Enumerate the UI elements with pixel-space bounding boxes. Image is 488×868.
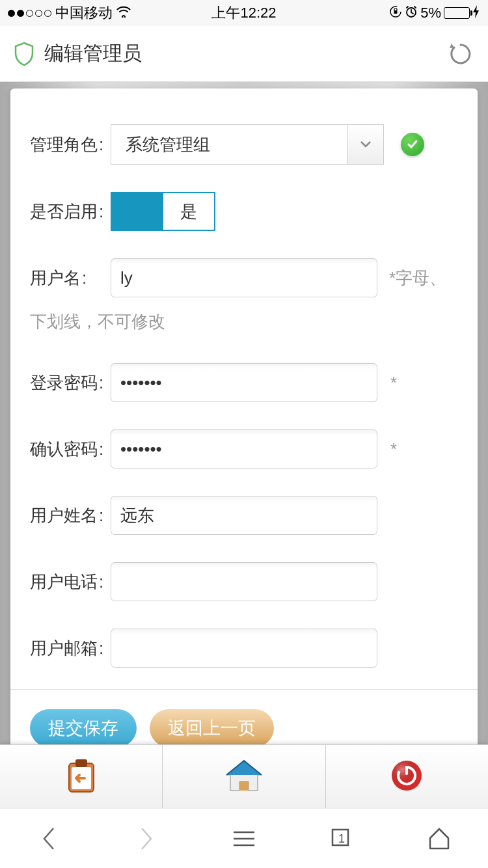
svg-rect-6 — [239, 781, 249, 791]
svg-text:1: 1 — [338, 832, 345, 845]
password-input[interactable] — [111, 363, 377, 402]
orientation-lock-icon — [389, 5, 402, 21]
realname-input[interactable] — [111, 496, 377, 535]
app-footer — [0, 744, 488, 808]
role-label: 管理角色 — [30, 133, 111, 156]
alarm-icon — [405, 5, 418, 21]
power-icon — [390, 759, 423, 794]
svg-rect-1 — [394, 10, 398, 14]
enable-toggle[interactable]: 是 — [111, 192, 215, 231]
reload-button[interactable] — [446, 40, 475, 68]
email-input[interactable] — [111, 629, 377, 668]
confirm-password-input[interactable] — [111, 429, 377, 468]
browser-nav-bar: 1 — [0, 808, 488, 868]
phone-label: 用户电话 — [30, 571, 111, 593]
svg-point-8 — [392, 761, 422, 791]
content-background: 管理角色 系统管理组 是否启用 是 用户名 *字母、 下划线，不可修改 登录密码… — [0, 82, 488, 744]
submit-button[interactable]: 提交保存 — [30, 709, 137, 744]
enable-label: 是否启用 — [30, 200, 111, 223]
status-bar: 中国移动 上午12:22 5% — [0, 0, 488, 26]
browser-home-button[interactable] — [426, 826, 452, 852]
password-label: 登录密码 — [30, 372, 111, 394]
clipboard-back-icon — [64, 757, 99, 797]
house-icon — [223, 757, 265, 797]
carrier-label: 中国移动 — [55, 3, 113, 23]
confirm-password-label: 确认密码 — [30, 438, 111, 461]
status-right: 5% — [389, 5, 480, 21]
browser-tabs-button[interactable]: 1 — [329, 826, 355, 852]
browser-forward-button[interactable] — [133, 826, 159, 852]
chevron-down-icon — [347, 125, 383, 164]
username-input[interactable] — [111, 258, 377, 297]
toggle-on-side — [112, 193, 163, 230]
shield-icon — [13, 42, 35, 66]
divider — [10, 689, 478, 690]
footer-power-button[interactable] — [326, 745, 488, 808]
page-title: 编辑管理员 — [44, 40, 446, 67]
clock: 上午12:22 — [211, 3, 276, 23]
username-hint-right: *字母、 — [389, 267, 446, 290]
footer-clipboard-button[interactable] — [0, 745, 163, 808]
charging-icon — [472, 5, 480, 21]
role-select-value: 系统管理组 — [111, 133, 347, 156]
phone-input[interactable] — [111, 562, 377, 601]
wifi-icon — [116, 6, 131, 21]
browser-menu-button[interactable] — [231, 826, 257, 852]
back-button[interactable]: 返回上一页 — [150, 709, 274, 744]
app-header: 编辑管理员 — [0, 26, 488, 82]
footer-home-button[interactable] — [163, 745, 325, 808]
email-label: 用户邮箱 — [30, 637, 111, 660]
battery-percent: 5% — [420, 5, 441, 21]
username-hint-below: 下划线，不可修改 — [30, 310, 458, 333]
form-card: 管理角色 系统管理组 是否启用 是 用户名 *字母、 下划线，不可修改 登录密码… — [10, 88, 478, 744]
username-label: 用户名 — [30, 267, 111, 290]
svg-rect-4 — [75, 759, 87, 767]
password-required: * — [390, 373, 397, 393]
toggle-off-side: 是 — [163, 193, 215, 230]
status-left: 中国移动 — [8, 3, 131, 23]
signal-strength-icon — [8, 10, 51, 17]
battery-icon — [444, 7, 470, 19]
realname-label: 用户姓名 — [30, 504, 111, 527]
browser-back-button[interactable] — [36, 826, 62, 852]
confirm-required: * — [390, 439, 397, 459]
check-circle-icon — [401, 133, 424, 156]
svg-rect-10 — [405, 766, 408, 775]
role-select[interactable]: 系统管理组 — [111, 124, 384, 165]
